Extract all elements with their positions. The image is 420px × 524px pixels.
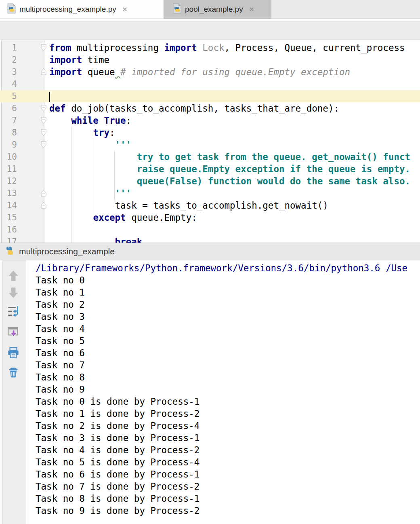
code-line-1[interactable]: from multiprocessing import Lock, Proces… — [49, 42, 405, 54]
console-line: Task no 2 is done by Process-4 — [36, 420, 200, 432]
tab-label: pool_example.py — [185, 5, 243, 14]
code-line-6[interactable]: def do_job(tasks_to_accomplish, tasks_th… — [49, 102, 339, 114]
tab-multiprocessing-example[interactable]: multiprocessing_example.py — [0, 0, 164, 19]
line-number-4: 4 — [0, 78, 17, 90]
code-line-7[interactable]: while True: — [49, 114, 131, 127]
code-segment: try to get task from the queue. get_nowa… — [49, 152, 410, 162]
fold-marker-line-13[interactable] — [40, 190, 47, 196]
code-line-5[interactable] — [49, 90, 50, 102]
code-segment: task = tasks_to_accomplish.get_nowait() — [49, 200, 328, 211]
code-segment: time — [82, 55, 109, 65]
line-number-8: 8 — [0, 127, 17, 139]
tab-close-icon[interactable] — [122, 6, 128, 13]
fold-marker-line-14[interactable] — [40, 202, 47, 209]
line-number-1: 1 — [0, 42, 17, 54]
code-segment: , Process, Queue, current_process — [225, 42, 405, 53]
code-segment — [49, 127, 93, 138]
line-number-6: 6 — [0, 102, 17, 114]
tab-pool-example[interactable]: pool_example.py — [164, 0, 271, 19]
fold-marker-line-7[interactable] — [40, 117, 47, 124]
line-number-9: 9 — [0, 139, 17, 151]
python-file-icon — [172, 3, 182, 15]
console-toolbar — [2, 260, 26, 524]
code-line-8[interactable]: try: — [49, 127, 115, 139]
code-segment — [49, 237, 115, 243]
python-icon — [5, 246, 15, 257]
console-line: Task no 2 — [36, 298, 85, 311]
code-segment — [197, 42, 203, 53]
code-segment: True — [104, 115, 126, 126]
soft-wrap-button[interactable] — [6, 304, 20, 318]
line-number-10: 10 — [0, 151, 17, 163]
code-segment — [99, 115, 104, 126]
console-line: Task no 4 is done by Process-2 — [36, 444, 200, 456]
code-segment — [115, 67, 121, 77]
code-line-10[interactable]: try to get task from the queue. get_nowa… — [49, 151, 410, 163]
current-line-highlight — [0, 90, 420, 102]
console-line: /Library/Frameworks/Python.framework/Ver… — [36, 262, 407, 274]
fold-marker-line-1[interactable] — [40, 44, 47, 51]
line-number-14: 14 — [0, 199, 17, 211]
line-number-3: 3 — [0, 66, 17, 78]
console-line: Task no 7 is done by Process-2 — [36, 480, 200, 492]
code-segment: import — [49, 55, 82, 65]
console-line: Task no 3 is done by Process-1 — [36, 432, 200, 444]
code-segment — [49, 115, 71, 126]
code-segment: queue.Empty: — [126, 212, 197, 223]
code-segment: queue — [82, 67, 115, 77]
line-number-5: 5 — [0, 90, 17, 102]
python-file-icon — [6, 3, 17, 15]
console-line: Task no 9 — [36, 383, 85, 395]
code-line-3[interactable]: import queue # imported for using queue.… — [49, 66, 350, 78]
console-line: Task no 7 — [36, 359, 85, 371]
line-number-16: 16 — [0, 224, 17, 236]
code-segment: ''' — [49, 188, 131, 199]
tab-close-icon[interactable] — [248, 6, 255, 13]
clear-all-button[interactable] — [6, 365, 20, 379]
print-button[interactable] — [6, 346, 20, 359]
scroll-up-button[interactable] — [6, 269, 20, 283]
console-line: Task no 0 is done by Process-1 — [36, 395, 200, 408]
code-segment: import — [164, 42, 197, 53]
tab-label: multiprocessing_example.py — [19, 5, 116, 14]
code-line-9[interactable]: ''' — [49, 139, 131, 151]
run-panel-header[interactable]: multiprocessing_example — [0, 243, 420, 260]
console-line: Task no 8 is done by Process-1 — [36, 492, 200, 505]
code-editor[interactable]: 1234567891011121314151617 from multiproc… — [0, 40, 420, 243]
line-number-7: 7 — [0, 114, 17, 127]
fold-marker-line-3[interactable] — [40, 68, 47, 75]
code-segment: do_job(tasks_to_accomplish, tasks_that_a… — [66, 103, 339, 114]
run-console: /Library/Frameworks/Python.framework/Ver… — [0, 260, 420, 524]
console-line: Task no 9 is done by Process-2 — [36, 505, 200, 517]
code-line-13[interactable]: ''' — [49, 187, 131, 199]
line-number-17: 17 — [0, 236, 17, 243]
code-segment: import — [49, 67, 82, 77]
code-segment: queue(False) function would do the same … — [49, 176, 410, 186]
code-segment: : — [126, 115, 132, 126]
code-segment — [49, 212, 93, 223]
fold-scope-line — [44, 107, 44, 243]
text-caret — [49, 92, 50, 102]
code-line-2[interactable]: import time — [49, 54, 109, 66]
code-line-15[interactable]: except queue.Empty: — [49, 211, 197, 224]
console-line: Task no 1 is done by Process-2 — [36, 408, 200, 420]
code-segment: try — [93, 127, 109, 138]
fold-marker-line-9[interactable] — [40, 141, 47, 148]
fold-marker-line-6[interactable] — [40, 105, 47, 112]
console-line: Task no 5 is done by Process-4 — [36, 456, 200, 468]
code-line-17[interactable]: break — [49, 236, 142, 243]
code-segment: def — [49, 103, 66, 114]
code-line-12[interactable]: queue(False) function would do the same … — [49, 175, 410, 187]
scroll-to-end-button[interactable] — [6, 325, 20, 338]
code-segment: Lock — [202, 42, 224, 53]
console-line: Task no 6 — [36, 347, 85, 359]
code-segment: : — [109, 127, 115, 138]
navigation-strip — [0, 21, 420, 40]
line-number-11: 11 — [0, 163, 17, 175]
code-line-11[interactable]: raise queue.Empty exception if the queue… — [49, 163, 410, 175]
scroll-down-button[interactable] — [6, 286, 20, 300]
line-number-13: 13 — [0, 187, 17, 199]
console-line: Task no 1 — [36, 286, 85, 298]
code-line-14[interactable]: task = tasks_to_accomplish.get_nowait() — [49, 199, 328, 211]
fold-marker-line-8[interactable] — [40, 129, 47, 136]
